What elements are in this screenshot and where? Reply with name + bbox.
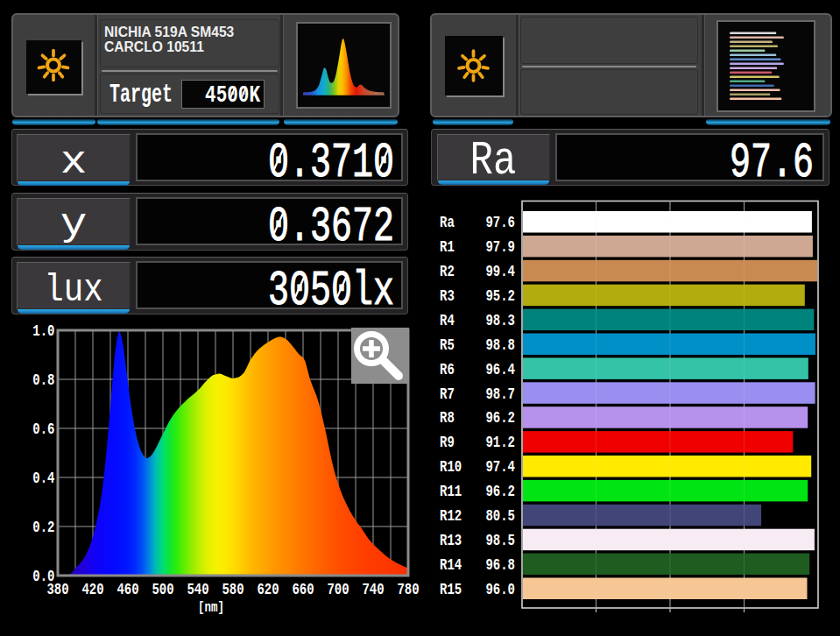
svg-text:97.9: 97.9 [485,237,515,257]
svg-text:NICHIA 519A SM453: NICHIA 519A SM453 [104,23,234,39]
svg-text:4500K: 4500K [205,81,261,110]
svg-text:99.4: 99.4 [485,262,515,281]
svg-text:1.0: 1.0 [32,322,54,341]
svg-text:R10: R10 [440,457,462,477]
svg-text:Ra: Ra [440,213,455,232]
svg-text:[nm]: [nm] [198,599,224,615]
svg-text:98.3: 98.3 [485,311,515,330]
svg-text:R7: R7 [440,385,455,404]
svg-text:R9: R9 [440,433,455,452]
svg-text:98.7: 98.7 [485,385,515,404]
svg-text:Ra: Ra [470,136,517,188]
svg-text:98.5: 98.5 [485,531,515,550]
svg-text:R14: R14 [440,555,462,575]
svg-text:91.2: 91.2 [485,433,515,452]
svg-text:380: 380 [46,580,68,599]
svg-text:R2: R2 [440,262,455,281]
svg-text:96.4: 96.4 [485,360,515,379]
svg-text:96.8: 96.8 [485,555,515,575]
svg-text:98.8: 98.8 [485,336,515,355]
svg-text:R12: R12 [440,506,462,526]
svg-text:CARCLO 10511: CARCLO 10511 [104,38,204,54]
svg-text:580: 580 [222,580,244,599]
svg-text:97.6: 97.6 [730,136,814,191]
svg-text:420: 420 [81,580,103,599]
svg-text:0.4: 0.4 [32,469,54,488]
svg-text:R3: R3 [440,286,455,306]
svg-text:0.6: 0.6 [32,420,54,439]
svg-text:460: 460 [116,580,138,599]
svg-text:500: 500 [152,580,173,599]
svg-text:0.3710: 0.3710 [268,136,394,191]
svg-text:660: 660 [292,580,314,599]
svg-text:740: 740 [362,580,384,599]
svg-text:95.2: 95.2 [485,286,515,306]
svg-text:y: y [60,202,88,246]
svg-text:R8: R8 [440,408,455,428]
svg-text:R5: R5 [440,336,455,355]
svg-text:780: 780 [397,580,419,599]
svg-text:R1: R1 [440,237,455,257]
svg-text:lux: lux [44,268,102,312]
svg-text:R4: R4 [440,311,455,330]
svg-text:R13: R13 [440,531,462,550]
svg-text:0.2: 0.2 [32,518,54,537]
svg-text:96.2: 96.2 [485,408,515,428]
svg-text:x: x [60,140,88,184]
svg-text:3050lx: 3050lx [268,264,394,319]
svg-text:0.3672: 0.3672 [268,200,394,255]
svg-text:Target: Target [109,81,173,109]
svg-text:R6: R6 [440,360,455,379]
svg-text:96.0: 96.0 [485,580,515,599]
svg-text:0.8: 0.8 [32,371,54,390]
svg-text:97.6: 97.6 [485,213,515,232]
svg-text:620: 620 [257,580,279,599]
svg-text:540: 540 [187,580,208,599]
svg-text:R11: R11 [440,482,462,501]
svg-text:R15: R15 [440,580,462,599]
svg-text:700: 700 [327,580,349,599]
svg-text:96.2: 96.2 [485,482,515,501]
svg-text:97.4: 97.4 [485,457,515,477]
svg-text:80.5: 80.5 [485,506,515,526]
